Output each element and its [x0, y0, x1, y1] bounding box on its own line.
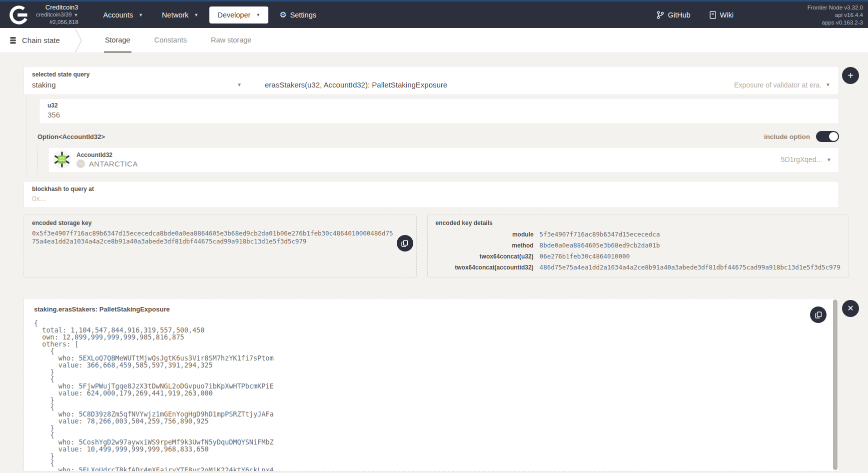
- blockhash-box[interactable]: blockhash to query at 0x...: [23, 181, 839, 208]
- close-icon: ✕: [847, 304, 854, 312]
- copy-storage-key-button[interactable]: [397, 235, 413, 252]
- state-query-card: selected state query staking ▼ erasStake…: [23, 66, 839, 95]
- method-select-value: erasStakers(u32, AccountId32): PalletSta…: [265, 80, 447, 89]
- close-result-button[interactable]: ✕: [842, 300, 859, 317]
- github-link[interactable]: GitHub: [657, 11, 690, 19]
- account-param-box: AccountId32 − ANTARCTICA 5D1rgXqed... ▼: [48, 147, 839, 173]
- detail-label: module: [436, 231, 534, 238]
- blockhash-input[interactable]: 0x...: [32, 194, 831, 202]
- query-label: selected state query: [32, 71, 831, 78]
- block-number: #2,056,818: [36, 18, 78, 26]
- storage-key-line2: 75a4ea1dd2a1034a4a2ce8b91a40a3abede3df81…: [32, 238, 408, 246]
- main-nav: Accounts▼ Network▼ Developer▼ ⚙ Settings: [95, 6, 324, 24]
- chevron-down-icon: ▼: [74, 12, 78, 18]
- add-query-button[interactable]: +: [842, 67, 859, 84]
- detail-label: twox64concat(accountid32): [436, 264, 534, 271]
- results-section: staking.erasStakers: PalletStakingExposu…: [23, 298, 839, 472]
- section-chain-state[interactable]: Chain state: [9, 28, 75, 52]
- storage-key-line1: 0x5f3e4907f716ac89b6347d15ececedca8bde0a…: [32, 230, 408, 238]
- api-version: api v16.4.4: [808, 12, 863, 19]
- method-hint-text: Exposure of validator at era.: [734, 81, 822, 89]
- result-title: staking.erasStakers: PalletStakingExposu…: [34, 306, 824, 313]
- chain-route: creditcoin3/39: [36, 12, 72, 18]
- detail-value: 8bde0a0ea8864605e3b68ed9cb2da01b: [540, 242, 841, 249]
- tab-constants[interactable]: Constants: [153, 28, 188, 52]
- header: Creditcoin3 creditcoin3/39▼ #2,056,818 A…: [0, 0, 868, 28]
- include-option-toggle[interactable]: [816, 131, 839, 142]
- module-select[interactable]: staking ▼: [32, 80, 242, 89]
- copy-icon: [815, 312, 822, 318]
- chevron-down-icon: ▼: [194, 12, 198, 18]
- chevron-down-icon: ▼: [827, 157, 832, 162]
- chevron-down-icon: ▼: [256, 12, 260, 18]
- tab-storage[interactable]: Storage: [104, 28, 131, 52]
- account-type-label: AccountId32: [76, 152, 138, 158]
- include-option-label: include option: [764, 133, 810, 140]
- chain-name: Creditcoin3: [36, 4, 78, 11]
- nav-network[interactable]: Network▼: [154, 6, 206, 24]
- u32-param-box[interactable]: u32: [39, 98, 839, 124]
- encoded-key-details-box: encoded key details module 5f3e4907f716a…: [427, 214, 849, 278]
- encoded-storage-key-box: encoded storage key 0x5f3e4907f716ac89b6…: [23, 214, 417, 278]
- blockhash-label: blockhash to query at: [32, 186, 831, 192]
- query-section: selected state query staking ▼ erasStake…: [23, 66, 839, 278]
- account-name: ANTARCTICA: [89, 160, 138, 168]
- wiki-link[interactable]: Wiki: [710, 11, 734, 19]
- encoded-key-details-label: encoded key details: [436, 220, 841, 226]
- encoded-storage-key-label: encoded storage key: [32, 220, 408, 226]
- account-identicon[interactable]: [52, 150, 71, 169]
- git-branch-icon: [657, 11, 664, 19]
- tabs: Storage Constants Raw storage: [104, 28, 253, 52]
- chain-selector[interactable]: Creditcoin3 creditcoin3/39▼ #2,056,818: [36, 4, 78, 26]
- copy-result-button[interactable]: [810, 306, 827, 323]
- method-select[interactable]: erasStakers(u32, AccountId32): PalletSta…: [265, 80, 831, 89]
- version-info: Frontier Node v3.32.0 api v16.4.4 apps v…: [808, 4, 863, 26]
- nav-accounts[interactable]: Accounts▼: [95, 6, 151, 24]
- option-type-label: Option<AccountId32>: [37, 133, 105, 140]
- breadcrumb-chevron: [75, 28, 83, 52]
- detail-value: 486d75e75a4ea1dd2a1034a4a2ce8b91a40a3abe…: [540, 264, 841, 271]
- query-params: u32 Option<AccountId32> include option: [26, 98, 839, 173]
- section-label: Chain state: [22, 36, 60, 44]
- u32-input[interactable]: [47, 110, 831, 119]
- tab-bar: Chain state Storage Constants Raw storag…: [0, 28, 868, 53]
- database-icon: [9, 36, 17, 44]
- chevron-down-icon: ▼: [237, 82, 242, 88]
- account-address-short: 5D1rgXqed...: [781, 156, 823, 164]
- main-content: selected state query staking ▼ erasStake…: [0, 53, 868, 472]
- result-output: { total: 1,104,547,844,916,319,557,500,4…: [34, 320, 824, 472]
- chevron-down-icon: ▼: [826, 82, 831, 88]
- u32-label: u32: [47, 102, 831, 109]
- toggle-knob: [829, 132, 838, 141]
- nav-developer[interactable]: Developer▼: [209, 6, 268, 24]
- book-icon: [710, 11, 716, 19]
- plus-icon: +: [848, 70, 854, 80]
- result-scrollbar[interactable]: [833, 300, 838, 470]
- minus-circle-icon: −: [76, 160, 85, 168]
- chevron-down-icon: ▼: [138, 12, 143, 18]
- gear-icon: ⚙: [279, 11, 286, 19]
- apps-version: apps v0.163.2-3: [808, 19, 863, 26]
- detail-value: 06e276b1feb30c4864010000: [540, 252, 841, 260]
- node-version: Frontier Node v3.32.0: [808, 4, 863, 12]
- module-select-value: staking: [32, 80, 56, 89]
- tab-raw-storage[interactable]: Raw storage: [210, 28, 252, 52]
- creditcoin-logo-icon[interactable]: [8, 4, 30, 26]
- encoded-section: encoded storage key 0x5f3e4907f716ac89b6…: [23, 214, 839, 278]
- copy-icon: [401, 240, 408, 247]
- detail-label: method: [436, 242, 534, 249]
- detail-label: twox64concat(u32): [436, 253, 534, 260]
- account-address-select[interactable]: 5D1rgXqed... ▼: [781, 156, 832, 164]
- nav-settings[interactable]: ⚙ Settings: [271, 6, 324, 24]
- detail-value: 5f3e4907f716ac89b6347d15ececedca: [540, 230, 841, 238]
- query-result-card: staking.erasStakers: PalletStakingExposu…: [23, 298, 839, 472]
